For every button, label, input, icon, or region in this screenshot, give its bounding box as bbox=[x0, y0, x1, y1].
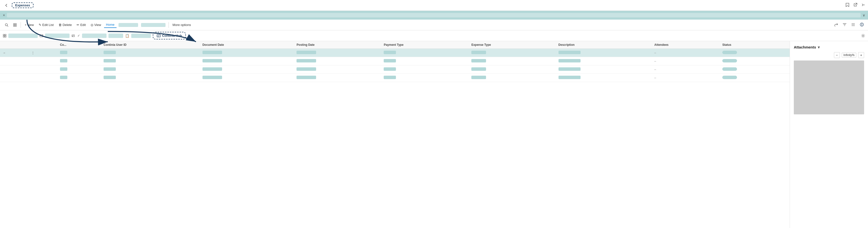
external-link-icon[interactable] bbox=[853, 3, 857, 8]
cell-placeholder bbox=[559, 67, 581, 71]
svg-rect-2 bbox=[13, 24, 15, 25]
cell-placeholder bbox=[471, 67, 486, 71]
cell-co bbox=[58, 49, 101, 57]
cell-status bbox=[720, 65, 789, 74]
cell-posting-date bbox=[294, 49, 381, 57]
view-button[interactable]: ◎ View bbox=[89, 22, 103, 28]
cell-expense-type bbox=[469, 49, 556, 57]
row-dots-cell bbox=[29, 74, 58, 82]
cell-payment-type bbox=[381, 49, 469, 57]
approve-icon[interactable] bbox=[71, 34, 75, 37]
cell-payment-type bbox=[381, 65, 469, 74]
expenses-table: Co... Continia User ID Document Date Pos… bbox=[0, 41, 789, 82]
layout-button[interactable] bbox=[11, 22, 19, 28]
table-row[interactable]: → ⋮ – bbox=[0, 49, 789, 57]
more-options-button[interactable]: More options bbox=[170, 22, 193, 28]
continia-hub-label: Continia Hub bbox=[162, 34, 182, 37]
edit-button[interactable]: ✏ Edit bbox=[75, 22, 88, 28]
th-description[interactable]: Description bbox=[556, 41, 652, 49]
svg-rect-5 bbox=[15, 25, 17, 27]
table-area: Co... Continia User ID Document Date Pos… bbox=[0, 41, 789, 228]
second-toolbar: ✓ 📋 Continia Hub bbox=[0, 30, 868, 41]
svg-rect-3 bbox=[15, 24, 17, 25]
toolbar-right: ⓘ bbox=[833, 22, 865, 28]
row-arrow-cell: → bbox=[0, 49, 29, 57]
notif-text bbox=[7, 13, 861, 18]
filter-icon[interactable] bbox=[841, 22, 848, 28]
row-dots-cell bbox=[29, 65, 58, 74]
attachment-preview[interactable] bbox=[794, 61, 864, 115]
row-arrow-cell bbox=[0, 65, 29, 74]
grid-view-icon[interactable] bbox=[3, 34, 6, 37]
cell-co bbox=[58, 65, 101, 74]
table-row[interactable]: – bbox=[0, 65, 789, 74]
cell-placeholder bbox=[559, 51, 581, 54]
toolbar-sep-2 bbox=[168, 22, 169, 28]
toolbar2-placeholder-1 bbox=[8, 34, 38, 38]
cell-placeholder bbox=[203, 59, 222, 62]
cell-posting-date bbox=[294, 65, 381, 74]
cell-placeholder bbox=[60, 51, 67, 54]
svg-rect-10 bbox=[5, 34, 6, 35]
cell-expense-type bbox=[469, 65, 556, 74]
cell-placeholder bbox=[60, 67, 67, 71]
bookmark-icon[interactable] bbox=[845, 3, 849, 8]
th-attendees[interactable]: Attendees bbox=[652, 41, 720, 49]
th-indicator2 bbox=[29, 41, 58, 49]
search-button[interactable] bbox=[3, 22, 10, 28]
zoom-minus-button[interactable]: − bbox=[834, 52, 840, 58]
back-button[interactable] bbox=[3, 2, 10, 9]
email-icon[interactable] bbox=[40, 34, 43, 37]
cell-description bbox=[556, 65, 652, 74]
edit-list-button[interactable]: ✎ Edit List bbox=[37, 22, 56, 28]
th-continia-user-id[interactable]: Continia User ID bbox=[101, 41, 200, 49]
continia-hub-button[interactable]: Continia Hub bbox=[153, 32, 186, 39]
delete-button[interactable]: 🗑 Delete bbox=[57, 22, 74, 28]
cell-user-id bbox=[101, 57, 200, 65]
cell-doc-date bbox=[200, 57, 294, 65]
info-icon[interactable]: ⓘ bbox=[859, 22, 865, 28]
cell-description bbox=[556, 74, 652, 82]
th-co[interactable]: Co... bbox=[58, 41, 101, 49]
toolbar2-placeholder-4 bbox=[108, 34, 123, 38]
toolbar-sep-1 bbox=[21, 22, 21, 28]
zoom-plus-button[interactable]: + bbox=[858, 52, 864, 58]
cell-placeholder bbox=[559, 59, 581, 62]
th-posting-date[interactable]: Posting Date bbox=[294, 41, 381, 49]
status-placeholder bbox=[722, 76, 737, 79]
cell-attendees: – bbox=[652, 49, 720, 57]
cell-placeholder bbox=[384, 67, 396, 71]
right-panel: Attachments ∨ − Infinity% + bbox=[789, 41, 868, 228]
home-tab[interactable]: Home bbox=[104, 22, 117, 28]
table-row[interactable]: – bbox=[0, 74, 789, 82]
cell-status bbox=[720, 74, 789, 82]
collapse-icon[interactable] bbox=[861, 3, 865, 8]
list-layout-icon[interactable] bbox=[850, 22, 857, 28]
svg-rect-11 bbox=[3, 36, 4, 37]
cell-placeholder bbox=[103, 76, 116, 79]
new-button[interactable]: + New bbox=[23, 22, 36, 28]
th-payment-type[interactable]: Payment Type bbox=[381, 41, 469, 49]
cell-placeholder bbox=[471, 76, 486, 79]
th-document-date[interactable]: Document Date bbox=[200, 41, 294, 49]
notif-close-button[interactable]: × bbox=[3, 13, 5, 17]
notif-chevron-icon[interactable]: ∨ bbox=[863, 13, 865, 17]
row-dots-cell[interactable]: ⋮ bbox=[29, 49, 58, 57]
th-status[interactable]: Status bbox=[720, 41, 789, 49]
row-menu-icon[interactable]: ⋮ bbox=[31, 51, 34, 55]
attachments-chevron-icon[interactable]: ∨ bbox=[817, 45, 820, 49]
status-placeholder bbox=[722, 67, 737, 71]
settings-icon[interactable] bbox=[861, 34, 865, 38]
table-wrapper[interactable]: Co... Continia User ID Document Date Pos… bbox=[0, 41, 789, 228]
main-content: Co... Continia User ID Document Date Pos… bbox=[0, 41, 868, 228]
zoom-value-display: Infinity% bbox=[842, 53, 856, 58]
table-row[interactable]: – bbox=[0, 57, 789, 65]
share-icon[interactable] bbox=[833, 22, 839, 28]
cell-placeholder bbox=[297, 51, 316, 54]
th-expense-type[interactable]: Expense Type bbox=[469, 41, 556, 49]
cell-expense-type bbox=[469, 57, 556, 65]
cell-placeholder bbox=[471, 51, 486, 54]
zoom-controls: − Infinity% + bbox=[794, 52, 864, 58]
paste-icon[interactable]: 📋 bbox=[125, 34, 129, 38]
top-bar-actions bbox=[845, 3, 865, 8]
